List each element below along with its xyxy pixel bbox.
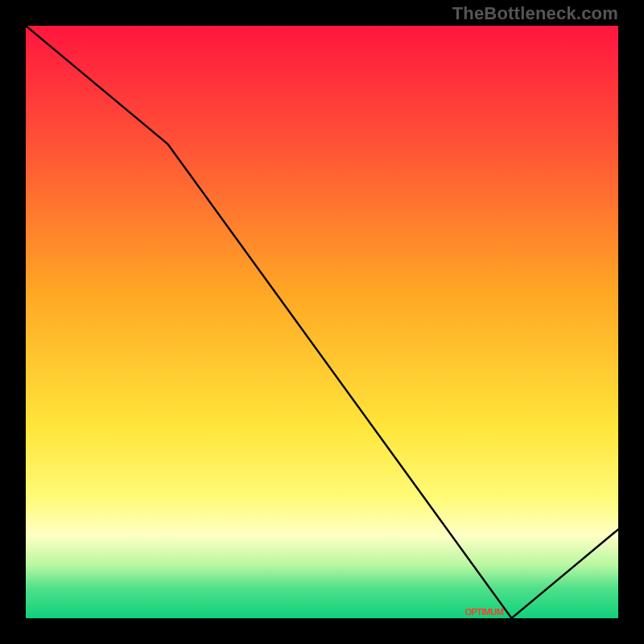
stage: TheBottleneck.com OPTIMUM: [0, 0, 644, 644]
x-axis-marker-label: OPTIMUM: [465, 607, 504, 617]
watermark-text: TheBottleneck.com: [452, 3, 618, 24]
plot-area: OPTIMUM: [26, 26, 618, 618]
chart-line: [26, 26, 618, 618]
